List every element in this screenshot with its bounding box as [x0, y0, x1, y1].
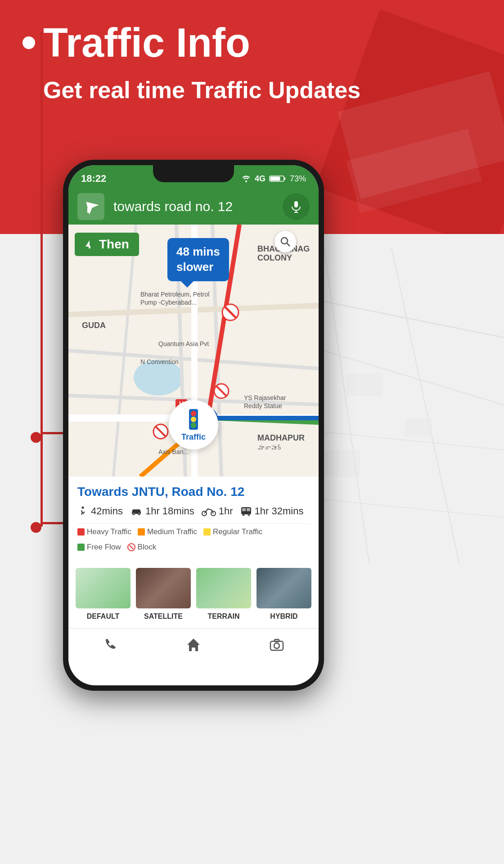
- info-bubble: 48 minsslower: [167, 238, 229, 281]
- svg-point-60: [191, 417, 196, 422]
- nav-phone[interactable]: [92, 631, 128, 658]
- svg-point-56: [281, 238, 288, 244]
- map-area: H BHAGYANAG COLONY GUDA Bharat Petroleum…: [68, 225, 319, 477]
- thumb-default-img: [76, 568, 130, 608]
- svg-point-64: [138, 513, 140, 515]
- car-time: 1hr 18mins: [145, 505, 194, 517]
- legend-heavy-label: Heavy Traffic: [87, 527, 131, 536]
- mic-button[interactable]: [283, 193, 310, 220]
- svg-text:COLONY: COLONY: [257, 253, 292, 262]
- svg-text:Reddy Statue: Reddy Statue: [244, 402, 282, 410]
- map-search-button[interactable]: [274, 231, 296, 252]
- walk-item: 42mins: [77, 505, 123, 517]
- then-label: Then: [99, 237, 129, 252]
- thumb-satellite-label: SATELLITE: [136, 611, 191, 622]
- wifi-icon: [241, 175, 251, 182]
- status-icons: 4G 73%: [241, 174, 306, 184]
- destination-title: Towards JNTU, Road No. 12: [77, 485, 310, 499]
- bottom-nav: [68, 628, 319, 661]
- then-banner: Then: [75, 233, 139, 256]
- svg-marker-72: [187, 639, 200, 651]
- bus-time: 1hr 32mins: [255, 505, 304, 517]
- camera-icon: [269, 637, 285, 653]
- red-dot-2: [31, 522, 41, 533]
- svg-line-57: [287, 243, 290, 246]
- legend-regular-dot: [203, 528, 211, 536]
- svg-rect-6: [346, 374, 382, 396]
- thumb-terrain-label: TERRAIN: [196, 611, 251, 622]
- phone-inner: 18:22 4G 73%: [68, 165, 319, 685]
- svg-point-74: [274, 643, 279, 648]
- traffic-circle[interactable]: Traffic: [169, 400, 218, 450]
- legend-row: Heavy Traffic Medium Traffic Regular Tra…: [77, 523, 310, 555]
- svg-text:MADHAPUR: MADHAPUR: [257, 433, 305, 442]
- search-icon: [280, 236, 291, 247]
- info-panel: Towards JNTU, Road No. 12 42mins: [68, 477, 319, 562]
- svg-rect-12: [270, 177, 280, 181]
- bike-time: 1hr: [219, 505, 233, 517]
- svg-text:Quantum Asia Pvt: Quantum Asia Pvt: [158, 340, 209, 347]
- thumb-default[interactable]: DEFAULT: [76, 568, 130, 622]
- legend-block-icon: [127, 543, 135, 551]
- phone-icon: [102, 637, 118, 653]
- signal-text: 4G: [255, 174, 266, 184]
- svg-point-63: [132, 513, 135, 515]
- phone-mockup: 18:22 4G 73%: [63, 160, 324, 691]
- legend-free-dot: [77, 544, 85, 551]
- battery-icon: [269, 175, 286, 183]
- legend-medium: Medium Traffic: [138, 527, 197, 536]
- svg-text:GUDA: GUDA: [82, 321, 106, 330]
- nav-camera[interactable]: [259, 631, 295, 658]
- svg-rect-13: [87, 207, 90, 213]
- svg-text:N Convention: N Convention: [140, 358, 179, 365]
- svg-rect-75: [274, 639, 279, 642]
- svg-text:YS Rajasekhar: YS Rajasekhar: [244, 394, 286, 401]
- phone-outer: 18:22 4G 73%: [63, 160, 324, 691]
- svg-point-62: [82, 507, 84, 509]
- nav-home[interactable]: [176, 631, 212, 658]
- legend-free: Free Flow: [77, 543, 121, 552]
- svg-marker-54: [86, 240, 90, 247]
- svg-point-70: [242, 514, 244, 516]
- red-dot-1: [31, 432, 41, 443]
- thumb-satellite-img: [136, 568, 191, 608]
- phone-notch: [153, 165, 234, 182]
- legend-medium-dot: [138, 528, 145, 536]
- thumb-hybrid[interactable]: HYBRID: [256, 568, 311, 622]
- walk-time: 42mins: [91, 505, 123, 517]
- title-dot: [22, 36, 35, 49]
- legend-regular-label: Regular Traffic: [213, 527, 262, 536]
- thumb-satellite[interactable]: SATELLITE: [136, 568, 191, 622]
- svg-point-71: [248, 514, 250, 516]
- svg-rect-68: [242, 508, 246, 511]
- svg-rect-14: [294, 201, 298, 207]
- bus-icon: [240, 506, 252, 516]
- svg-rect-69: [247, 508, 250, 511]
- legend-heavy-dot: [77, 528, 85, 536]
- legend-free-label: Free Flow: [87, 543, 121, 552]
- header-section: Traffic Info Get real time Traffic Updat…: [22, 22, 360, 104]
- nav-bar: towards road no. 12: [68, 189, 319, 225]
- info-bubble-text: 48 minsslower: [176, 245, 220, 274]
- red-line-left: [40, 32, 43, 526]
- then-arrow-icon: [85, 239, 94, 249]
- svg-rect-11: [284, 177, 285, 180]
- svg-point-9: [245, 180, 247, 182]
- app-title: Traffic Info: [43, 22, 250, 63]
- map-thumbnails: DEFAULT SATELLITE TERRAIN HYBRID: [68, 562, 319, 628]
- header-title: Traffic Info: [22, 22, 360, 63]
- svg-rect-55: [89, 246, 90, 248]
- svg-text:Bharat Petroleum, Petrol: Bharat Petroleum, Petrol: [140, 291, 209, 298]
- thumb-default-label: DEFAULT: [76, 611, 130, 622]
- legend-block-label: Block: [138, 543, 157, 552]
- app-subtitle: Get real time Traffic Updates: [43, 76, 360, 104]
- svg-text:Axis Ban...: Axis Ban...: [158, 448, 189, 455]
- legend-medium-label: Medium Traffic: [147, 527, 197, 536]
- thumb-terrain-img: [196, 568, 251, 608]
- svg-line-2: [324, 248, 369, 562]
- car-item: 1hr 18mins: [130, 505, 194, 517]
- thumb-terrain[interactable]: TERRAIN: [196, 568, 251, 622]
- svg-rect-7: [405, 418, 432, 436]
- bike-item: 1hr: [202, 505, 233, 517]
- svg-text:మాదాపూర్: మాదాపూర్: [257, 445, 283, 452]
